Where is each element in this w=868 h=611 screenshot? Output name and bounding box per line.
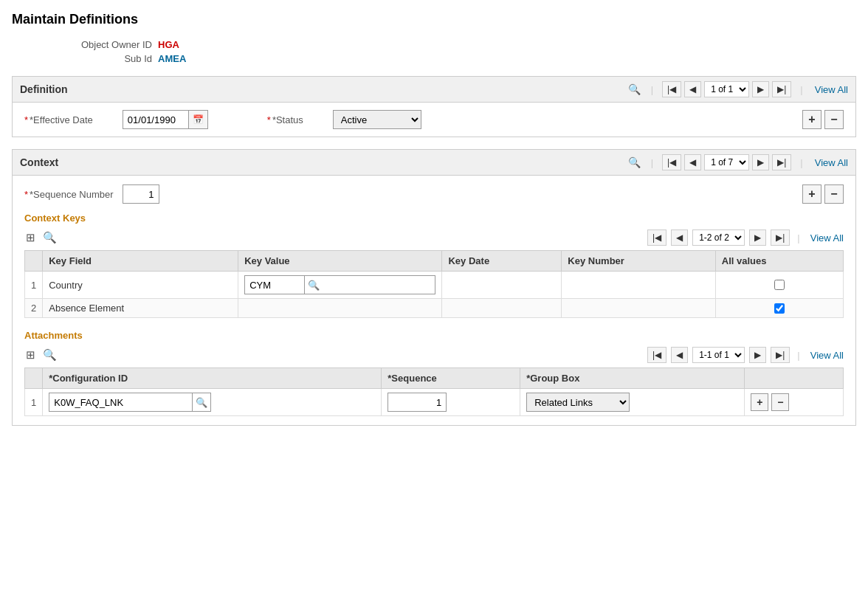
context-keys-search-icon[interactable]: 🔍 [41, 229, 58, 246]
context-keys-nav-first[interactable]: |◀ [647, 229, 666, 246]
status-label: *Status [267, 114, 303, 125]
attach-col-config-id: *Configuration ID [43, 368, 382, 389]
context-add-button[interactable]: + [802, 184, 822, 204]
status-select[interactable]: Active Inactive [333, 110, 421, 129]
row-1-key-value: 🔍 [238, 272, 442, 299]
definition-nav-next[interactable]: ▶ [752, 81, 769, 97]
context-view-all[interactable]: View All [815, 157, 848, 168]
group-box-select[interactable]: Related Links Other [526, 393, 630, 412]
row-1-num: 1 [25, 272, 43, 299]
row-2-key-value [238, 299, 442, 318]
sequence-row: *Sequence Number + − [24, 184, 844, 204]
attach-nav-first[interactable]: |◀ [647, 347, 666, 363]
col-num-header [25, 251, 43, 272]
definition-nav-first[interactable]: |◀ [662, 81, 681, 97]
definition-form-row: *Effective Date 📅 *Status Active Inactiv… [24, 110, 844, 129]
definition-add-button[interactable]: + [802, 110, 822, 129]
definition-nav-prev[interactable]: ◀ [684, 81, 701, 97]
context-keys-grid-icon[interactable]: ⊞ [24, 229, 37, 246]
col-key-field-header: Key Field [43, 251, 238, 272]
attachments-title: Attachments [24, 330, 844, 341]
page-title: Maintain Definitions [12, 12, 856, 27]
attach-row-1-config-id: 🔍 [43, 389, 382, 416]
table-row: 1 🔍 Related Links [25, 389, 844, 416]
sub-id-value: AMEA [158, 53, 186, 64]
context-nav-last[interactable]: ▶| [772, 154, 791, 170]
context-body: *Sequence Number + − Context Keys ⊞ 🔍 |◀… [13, 176, 855, 425]
effective-date-wrap: 📅 [123, 110, 208, 129]
context-keys-title: Context Keys [24, 213, 844, 224]
table-row: 1 Country 🔍 [25, 272, 844, 299]
attach-col-actions [745, 368, 844, 389]
row-2-all-values [715, 299, 843, 318]
effective-date-input[interactable] [123, 110, 189, 129]
config-id-input[interactable] [49, 393, 192, 411]
context-nav-prev[interactable]: ◀ [684, 154, 701, 170]
context-keys-nav-select[interactable]: 1-2 of 2 [692, 229, 745, 246]
definition-search-button[interactable]: 🔍 [627, 82, 642, 97]
row-1-all-values [715, 272, 843, 299]
row-2-num: 2 [25, 299, 43, 318]
sequence-input[interactable] [123, 184, 159, 204]
definition-title: Definition [20, 83, 621, 95]
col-key-number-header: Key Number [562, 251, 716, 272]
definition-nav-select[interactable]: 1 of 1 [704, 81, 749, 97]
context-keys-view-all[interactable]: View All [810, 232, 844, 244]
attachments-search-icon[interactable]: 🔍 [41, 347, 58, 363]
attach-nav-next[interactable]: ▶ [749, 347, 766, 363]
attach-nav-last[interactable]: ▶| [771, 347, 790, 363]
context-keys-nav-last[interactable]: ▶| [771, 229, 790, 246]
attachments-table: *Configuration ID *Sequence *Group Box 1… [24, 367, 844, 416]
definition-remove-button[interactable]: − [824, 110, 844, 129]
row-1-all-values-checkbox[interactable] [774, 280, 785, 290]
row-1-key-value-search[interactable]: 🔍 [304, 276, 323, 294]
definition-nav: |◀ ◀ 1 of 1 ▶ ▶| [662, 81, 791, 97]
context-nav-first[interactable]: |◀ [662, 154, 681, 170]
attachments-subsection: Attachments ⊞ 🔍 |◀ ◀ 1-1 of 1 ▶ ▶| | Vie… [24, 330, 844, 416]
attach-col-sequence: *Sequence [382, 368, 520, 389]
context-nav-select[interactable]: 1 of 7 [704, 154, 749, 170]
definition-nav-last[interactable]: ▶| [772, 81, 791, 97]
object-owner-label: Object Owner ID [56, 39, 152, 50]
attach-nav-select[interactable]: 1-1 of 1 [692, 347, 745, 363]
attach-row-1-group-box: Related Links Other [520, 389, 745, 416]
sequence-label: *Sequence Number [24, 189, 114, 200]
attach-col-group-box: *Group Box [520, 368, 745, 389]
col-key-date-header: Key Date [442, 251, 562, 272]
context-section: Context 🔍 | |◀ ◀ 1 of 7 ▶ ▶| | View All … [12, 149, 856, 426]
context-title: Context [20, 156, 621, 168]
definition-view-all[interactable]: View All [815, 84, 848, 95]
col-key-value-header: Key Value [238, 251, 442, 272]
definition-add-remove: + − [802, 110, 844, 129]
attach-row-1-actions: + − [745, 389, 844, 416]
row-2-all-values-checkbox[interactable] [774, 303, 785, 314]
attach-row-remove-button[interactable]: − [771, 393, 789, 411]
attach-col-num [25, 368, 43, 389]
attachments-grid-icon[interactable]: ⊞ [24, 347, 37, 363]
row-1-key-date [442, 272, 562, 299]
object-owner-value: HGA [158, 39, 179, 50]
attach-row-1-num: 1 [25, 389, 43, 416]
definition-section: Definition 🔍 | |◀ ◀ 1 of 1 ▶ ▶| | View A… [12, 76, 856, 137]
context-nav: |◀ ◀ 1 of 7 ▶ ▶| [662, 154, 791, 170]
row-1-key-field: Country [43, 272, 238, 299]
attach-row-add-button[interactable]: + [751, 393, 768, 411]
calendar-button[interactable]: 📅 [189, 110, 208, 129]
attachments-toolbar: ⊞ 🔍 |◀ ◀ 1-1 of 1 ▶ ▶| | View All [24, 347, 844, 363]
attach-view-all[interactable]: View All [810, 350, 844, 361]
context-keys-table: Key Field Key Value Key Date Key Number … [24, 250, 844, 318]
context-nav-next[interactable]: ▶ [752, 154, 769, 170]
row-2-key-number [562, 299, 716, 318]
context-search-button[interactable]: 🔍 [627, 155, 642, 170]
context-keys-nav-next[interactable]: ▶ [749, 229, 766, 246]
context-section-header: Context 🔍 | |◀ ◀ 1 of 7 ▶ ▶| | View All [13, 150, 855, 176]
context-remove-button[interactable]: − [824, 184, 844, 204]
row-1-key-value-input[interactable] [245, 276, 304, 294]
context-keys-nav-prev[interactable]: ◀ [671, 229, 688, 246]
row-1-key-number [562, 272, 716, 299]
table-row: 2 Absence Element [25, 299, 844, 318]
config-id-search-button[interactable]: 🔍 [192, 393, 210, 411]
attach-nav-prev[interactable]: ◀ [671, 347, 688, 363]
attach-row-1-sequence [382, 389, 520, 416]
attach-sequence-input[interactable] [388, 393, 447, 412]
